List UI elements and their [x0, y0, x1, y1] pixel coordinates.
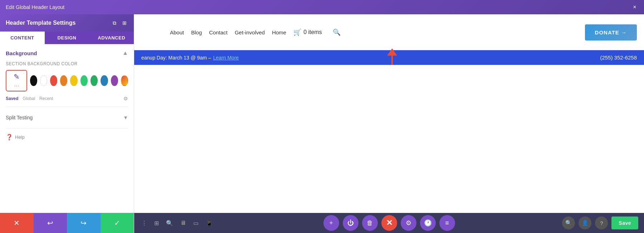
banner-text: eanup Day: March 13 @ 9am – Learn More — [141, 55, 239, 61]
help-label: Help — [15, 134, 25, 140]
nav-contact[interactable]: Contact — [209, 29, 228, 35]
search-right-icon[interactable]: 🔍 — [562, 217, 575, 229]
hamburger-icon[interactable]: ⋮ — [140, 218, 148, 228]
eyedropper-box[interactable]: ✎ ··· — [6, 70, 27, 91]
cart-count: 0 items — [303, 29, 322, 35]
canvas-area: About Blog Contact Get-involved Home 🛒 0… — [134, 14, 644, 233]
equalizer-button[interactable]: ≡ — [439, 215, 455, 231]
clock-button[interactable]: 🕐 — [420, 215, 436, 231]
settings-button[interactable]: ⚙ — [401, 215, 416, 231]
toolbar-left: ⋮ ⊞ 🔍 🖥 ▭ 📱 — [140, 218, 214, 228]
trash-button[interactable]: 🗑 — [362, 215, 378, 231]
panel-header-icons: ⧉ ⊞ — [111, 19, 128, 27]
save-button[interactable]: Save — [611, 217, 638, 229]
bottom-toolbar: ⋮ ⊞ 🔍 🖥 ▭ 📱 + ⏻ 🗑 ✕ ⚙ 🕐 ≡ 🔍 👤 ? Sav — [134, 213, 644, 233]
help-row[interactable]: ❓ Help — [6, 134, 128, 141]
canvas-white-area — [134, 65, 644, 233]
tab-content[interactable]: Content — [0, 32, 45, 44]
learn-more-link[interactable]: Learn More — [213, 55, 239, 61]
color-blue[interactable] — [101, 75, 108, 86]
panel-tabs: Content Design Advanced — [0, 32, 134, 44]
color-row: ✎ ··· — [6, 70, 128, 91]
panel-title: Header Template Settings — [6, 20, 75, 26]
website-header: About Blog Contact Get-involved Home 🛒 0… — [134, 14, 644, 50]
expand-icon[interactable]: ⊞ — [121, 19, 128, 27]
user-icon[interactable]: 👤 — [579, 217, 591, 229]
color-settings-gear[interactable]: ⚙ — [123, 96, 128, 101]
color-orange[interactable] — [60, 75, 67, 86]
background-section-header: Background ▲ — [6, 50, 128, 56]
panel-content: Background ▲ Section Background Color ✎ … — [0, 44, 134, 213]
close-center-button[interactable]: ✕ — [381, 215, 397, 231]
subsection-label: Section Background Color — [6, 61, 128, 66]
tab-advanced[interactable]: Advanced — [89, 32, 134, 44]
split-testing-row: Split Testing ▼ — [6, 112, 128, 123]
toolbar-right: 🔍 👤 ? Save — [562, 217, 638, 229]
title-bar-text: Edit Global Header Layout — [6, 4, 64, 10]
help-toolbar-icon[interactable]: ? — [595, 217, 608, 229]
redo-button[interactable]: ↪ — [67, 213, 101, 233]
color-white[interactable] — [40, 75, 47, 86]
tablet-icon[interactable]: ▭ — [192, 218, 200, 228]
undo-button[interactable]: ↩ — [34, 213, 67, 233]
donate-button[interactable]: DONATE → — [585, 24, 637, 41]
redo-icon: ↪ — [80, 219, 87, 227]
add-button[interactable]: + — [323, 215, 339, 231]
cancel-button[interactable]: ✕ — [0, 213, 34, 233]
search-icon[interactable]: 🔍 — [333, 28, 341, 36]
toolbar-center: + ⏻ 🗑 ✕ ⚙ 🕐 ≡ — [323, 215, 455, 231]
grid-icon[interactable]: ⊞ — [153, 218, 160, 228]
color-light-green[interactable] — [80, 75, 88, 86]
divider-1 — [6, 106, 128, 107]
close-button[interactable]: × — [631, 4, 638, 11]
phone-number: (255) 352-6258 — [600, 54, 637, 61]
color-yellow[interactable] — [70, 75, 77, 86]
search-toolbar-icon[interactable]: 🔍 — [165, 218, 175, 228]
color-red[interactable] — [50, 75, 57, 86]
color-dark-green[interactable] — [91, 75, 98, 86]
split-testing-label: Split Testing — [6, 115, 33, 120]
nav-links: About Blog Contact Get-involved Home 🛒 0… — [141, 28, 585, 36]
color-tab-recent[interactable]: Recent — [39, 96, 53, 101]
power-button[interactable]: ⏻ — [343, 215, 358, 231]
split-testing-chevron[interactable]: ▼ — [123, 115, 128, 120]
action-bar: ✕ ↩ ↪ ✓ — [0, 213, 134, 233]
cart-icon: 🛒 — [293, 28, 301, 36]
color-tab-global[interactable]: Global — [23, 96, 35, 101]
banner-main-text: eanup Day: March 13 @ 9am – — [141, 55, 211, 61]
collapse-icon[interactable]: ▲ — [122, 50, 128, 56]
nav-about[interactable]: About — [170, 29, 184, 35]
title-bar: Edit Global Header Layout × — [0, 0, 644, 14]
background-title: Background — [6, 50, 37, 56]
color-tabs: Saved Global Recent ⚙ — [6, 96, 128, 101]
mobile-icon[interactable]: 📱 — [204, 218, 214, 228]
save-check-button[interactable]: ✓ — [101, 213, 134, 233]
arrow-head — [387, 48, 397, 56]
left-panel: Header Template Settings ⧉ ⊞ Content Des… — [0, 14, 134, 233]
divider-2 — [6, 128, 128, 129]
color-gradient[interactable] — [121, 75, 128, 86]
eyedropper-icon: ✎ — [14, 72, 20, 81]
tab-design[interactable]: Design — [45, 32, 89, 44]
panel-header: Header Template Settings ⧉ ⊞ — [0, 14, 134, 32]
nav-get-involved[interactable]: Get-involved — [235, 29, 265, 35]
color-black[interactable] — [30, 75, 37, 86]
copy-icon[interactable]: ⧉ — [111, 19, 118, 27]
nav-blog[interactable]: Blog — [191, 29, 202, 35]
cancel-icon: ✕ — [14, 219, 20, 227]
color-purple[interactable] — [111, 75, 118, 86]
help-icon: ❓ — [6, 134, 13, 141]
eyedropper-dots: ··· — [14, 82, 19, 89]
nav-home[interactable]: Home — [272, 29, 286, 35]
color-tab-saved[interactable]: Saved — [6, 96, 18, 101]
undo-icon: ↩ — [47, 219, 53, 227]
desktop-icon[interactable]: 🖥 — [179, 218, 187, 228]
cart-area[interactable]: 🛒 0 items — [293, 28, 322, 36]
check-icon: ✓ — [114, 219, 120, 227]
